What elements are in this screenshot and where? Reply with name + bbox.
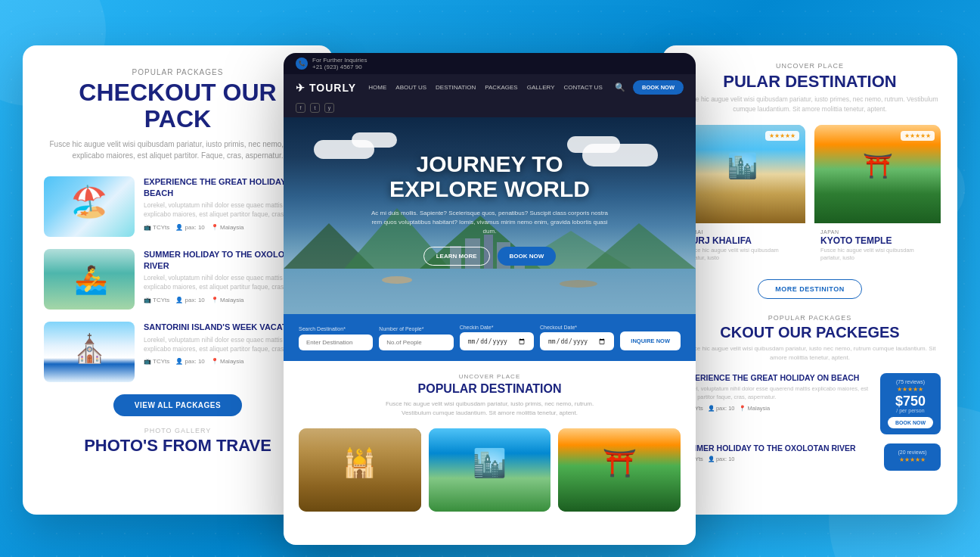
- logo-text: TOURLY: [309, 82, 356, 94]
- contact-phone: +21 (923) 4567 90: [312, 64, 367, 70]
- rp-pkg-desc-1: Lorekel, voluptatum nihil dolor esse qua…: [679, 385, 873, 401]
- nav-about[interactable]: ABOUT US: [395, 84, 426, 91]
- dest-img-kyoto: ⛩️: [558, 428, 681, 512]
- cloud-2: [352, 132, 397, 148]
- left-section-label: POPULAR PACKAGES: [44, 68, 312, 76]
- nav-social-links: f t y: [284, 101, 696, 117]
- rp-destination-title: PULAR DESTINATION: [679, 72, 941, 92]
- rp-uncover-label: UNCOVER PLACE: [679, 62, 941, 70]
- package-card-2: SUMMER HOLIDAY TO THE OXOLOTAN RIVER Lor…: [44, 249, 312, 310]
- pkg-image-santorini: [44, 322, 135, 382]
- twitter-icon[interactable]: t: [310, 103, 320, 113]
- pkg-meta-tv-2: 📺 TCYts: [144, 297, 169, 303]
- photos-title: PHOTO'S FROM TRAVE: [44, 436, 312, 456]
- rp-card-dubai[interactable]: 🏙️ ★★★★★ DUBAI BURJ KHALIFA Fusce hic au…: [679, 125, 805, 269]
- logo-plane-icon: ✈: [296, 82, 305, 94]
- package-card-1: EXPERIENCE THE GREAT HOLIDAY ON BEACH Lo…: [44, 176, 312, 237]
- people-field: Number of People*: [379, 326, 453, 350]
- rp-pkg-title-1: EXPERIENCE THE GREAT HOLIDAY ON BEACH: [679, 373, 873, 383]
- nav-home[interactable]: HOME: [368, 84, 386, 91]
- pkg-meta-pax-3: 👤 pax: 10: [175, 358, 204, 365]
- svg-point-12: [560, 280, 597, 288]
- search-section: Search Destination* Number of People* Ch…: [284, 314, 696, 361]
- rp-pkg-loc-1: 📍 Malaysia: [739, 405, 770, 412]
- checkin-field: Checkin Date*: [460, 325, 534, 350]
- nav-links: HOME ABOUT US DESTINATION PACKAGES GALLE…: [368, 84, 602, 91]
- kyoto-desc: Fusce hic augue velit wisi quibusdam par…: [820, 247, 935, 263]
- package-card-3: SANTORINI ISLAND'S WEEK VACATION Lorekel…: [44, 322, 312, 382]
- rp-card-kyoto-img: ⛩️ ★★★★★: [814, 125, 941, 223]
- rp-destination-desc: Fusce hic augue velit wisi quibusdam par…: [679, 95, 941, 114]
- pkg-meta-loc-2: 📍 Malaysia: [211, 297, 244, 303]
- rp-pkg-meta-2: 📺 TCYts 👤 pax: 10: [679, 456, 876, 462]
- rp-pkg-reviews-1: (75 reviews): [896, 379, 925, 384]
- rp-packages-label: POPULAR PACKAGES: [679, 314, 941, 322]
- rp-pkg-info-1: EXPERIENCE THE GREAT HOLIDAY ON BEACH Lo…: [679, 373, 873, 434]
- checkout-field: Checkout Date*: [540, 325, 614, 350]
- nav-contact[interactable]: CONTACT US: [563, 84, 602, 91]
- hero-section: JOURNEY TOEXPLORE WORLD Ac mi duis molli…: [284, 117, 696, 314]
- phone-icon: 📞: [296, 58, 308, 70]
- kyoto-stars: ★★★★★: [901, 131, 935, 141]
- popular-section: UNCOVER PLACE POPULAR DESTINATION Fusce …: [284, 361, 696, 524]
- rp-destination-cards: 🏙️ ★★★★★ DUBAI BURJ KHALIFA Fusce hic au…: [679, 125, 941, 269]
- dest-card-burj[interactable]: 🏙️: [429, 428, 551, 512]
- popular-title: POPULAR DESTINATION: [299, 382, 681, 396]
- nav-packages[interactable]: PACKAGES: [485, 84, 517, 91]
- nav-right: 🔍 BOOK NOW: [615, 80, 684, 95]
- destination-input[interactable]: [299, 335, 373, 350]
- more-destination-button[interactable]: MORE DESTINITON: [758, 279, 861, 299]
- book-now-button[interactable]: BOOK NOW: [633, 80, 684, 95]
- navbar-top: 📞 For Further Inquiries +21 (923) 4567 9…: [284, 53, 696, 74]
- facebook-icon[interactable]: f: [296, 103, 305, 113]
- pkg-image-beach: [44, 176, 135, 237]
- pkg-meta-tv: 📺 TCYts: [144, 224, 169, 231]
- dest-card-venice[interactable]: 🕌: [299, 428, 421, 512]
- left-section-desc: Fusce hic augue velit wisi quibusdam par…: [44, 138, 312, 161]
- dubai-country: DUBAI: [685, 229, 799, 235]
- checkin-input[interactable]: [460, 332, 534, 350]
- hero-book-now-button[interactable]: BOOK NOW: [498, 247, 557, 266]
- rp-pkg-per-1: / per person: [896, 408, 924, 413]
- nav-gallery[interactable]: GALLERY: [527, 84, 555, 91]
- rp-pkg-book-1[interactable]: BOOK NOW: [888, 417, 933, 428]
- search-icon[interactable]: 🔍: [615, 82, 625, 92]
- contact-label: For Further Inquiries: [312, 57, 367, 64]
- rp-card-kyoto-info: JAPAN KYOTO TEMPLE Fusce hic augue velit…: [814, 223, 941, 269]
- photo-gallery-label: PHOTO GALLERY: [44, 427, 312, 434]
- pkg-image-river: [44, 249, 135, 310]
- rp-pkg-card-2: SUMMER HOLIDAY TO THE OXOLOTAN RIVER 📺 T…: [679, 443, 941, 471]
- checkin-label: Checkin Date*: [460, 325, 534, 330]
- rp-pkg-stars-2: ★★★★★: [899, 456, 926, 463]
- pkg-meta-tv-3: 📺 TCYts: [144, 358, 169, 365]
- rp-pkg-pax-2: 👤 pax: 10: [708, 456, 735, 462]
- view-all-packages-button[interactable]: VIEW ALL PACKAGES: [113, 394, 242, 416]
- dubai-stars: ★★★★★: [765, 131, 799, 141]
- dest-card-kyoto[interactable]: ⛩️: [558, 428, 681, 512]
- hero-content: JOURNEY TOEXPLORE WORLD Ac mi duis molli…: [369, 151, 611, 281]
- popular-desc: Fusce hic augue velit wisi quibusdam par…: [377, 400, 603, 418]
- destination-cards: 🕌 🏙️ ⛩️: [299, 428, 681, 512]
- rp-pkg-card-1: EXPERIENCE THE GREAT HOLIDAY ON BEACH Lo…: [679, 373, 941, 434]
- rp-card-kyoto[interactable]: ⛩️ ★★★★★ JAPAN KYOTO TEMPLE Fusce hic au…: [814, 125, 941, 269]
- checkout-label: Checkout Date*: [540, 325, 614, 330]
- hero-buttons: LEARN MORE BOOK NOW: [369, 247, 611, 266]
- learn-more-button[interactable]: LEARN MORE: [423, 247, 490, 266]
- center-panel: 📞 For Further Inquiries +21 (923) 4567 9…: [284, 53, 696, 545]
- checkout-input[interactable]: [540, 332, 614, 350]
- rp-pkg-title-2: SUMMER HOLIDAY TO THE OXOLOTAN RIVER: [679, 443, 876, 453]
- pkg-meta-pax: 👤 pax: 10: [175, 224, 204, 231]
- destination-field: Search Destination*: [299, 326, 373, 350]
- youtube-icon[interactable]: y: [324, 103, 334, 113]
- people-input[interactable]: [379, 335, 453, 350]
- rp-pkg-pax-1: 👤 pax: 10: [708, 405, 735, 412]
- right-panel: UNCOVER PLACE PULAR DESTINATION Fusce hi…: [662, 45, 957, 515]
- inquire-now-button[interactable]: INQUIRE NOW: [620, 331, 681, 350]
- pkg-meta-loc-3: 📍 Malaysia: [211, 358, 244, 365]
- left-section-title: CHECKOUT OUR PACK: [44, 79, 312, 132]
- nav-destination[interactable]: DESTINATION: [436, 84, 476, 91]
- rp-card-dubai-info: DUBAI BURJ KHALIFA Fusce hic augue velit…: [679, 223, 805, 269]
- uncover-label: UNCOVER PLACE: [299, 373, 681, 380]
- rp-card-dubai-img: 🏙️ ★★★★★: [679, 125, 805, 223]
- search-row: Search Destination* Number of People* Ch…: [299, 325, 681, 350]
